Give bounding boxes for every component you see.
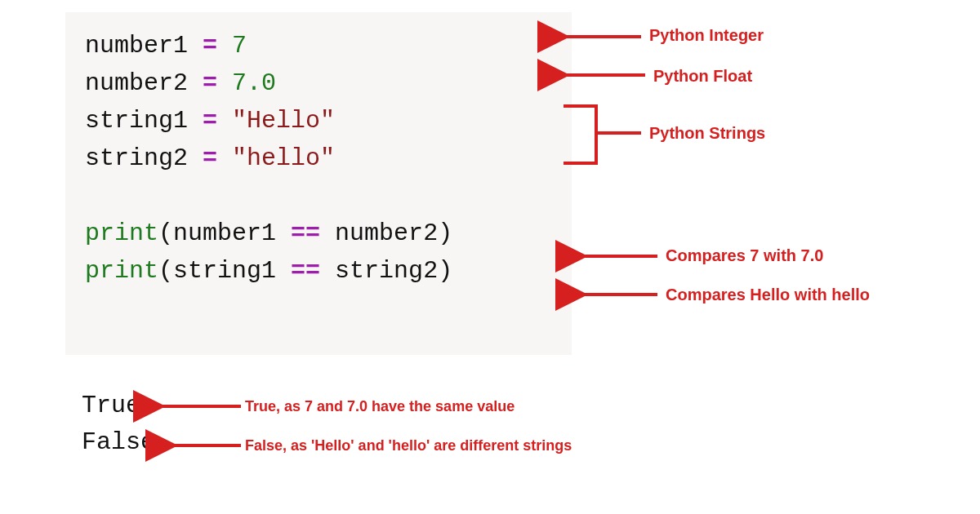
code-line-7: print(string1 == string2) xyxy=(85,257,452,285)
print-call: print xyxy=(85,257,158,285)
code-block: number1 = 7 number2 = 7.0 string1 = "Hel… xyxy=(65,12,572,355)
arg-string2: string2 xyxy=(335,257,438,285)
var-number2: number2 xyxy=(85,69,188,97)
float-literal-7-0: 7.0 xyxy=(232,69,276,97)
eq-op: == xyxy=(291,257,320,285)
code-line-3: string1 = "Hello" xyxy=(85,107,335,135)
assign-op: = xyxy=(203,144,217,172)
var-string2: string2 xyxy=(85,144,188,172)
assign-op: = xyxy=(203,32,217,60)
output-false: False xyxy=(82,428,155,456)
code-line-4: string2 = "hello" xyxy=(85,144,335,172)
annot-compare-strings: Compares Hello with hello xyxy=(666,286,870,304)
paren-open: ( xyxy=(158,219,173,247)
var-string1: string1 xyxy=(85,107,188,135)
output-true: True xyxy=(82,392,140,419)
annot-python-integer: Python Integer xyxy=(649,26,764,45)
code-line-2: number2 = 7.0 xyxy=(85,69,276,97)
var-number1: number1 xyxy=(85,32,188,60)
diagram-stage: number1 = 7 number2 = 7.0 string1 = "Hel… xyxy=(0,0,980,514)
annot-python-strings: Python Strings xyxy=(649,124,765,143)
arg-number1: number1 xyxy=(173,219,276,247)
arg-number2: number2 xyxy=(335,219,438,247)
annot-compare-numbers: Compares 7 with 7.0 xyxy=(666,246,823,265)
arg-string1: string1 xyxy=(173,257,276,285)
eq-op: == xyxy=(291,219,320,247)
int-literal-7: 7 xyxy=(232,32,247,60)
assign-op: = xyxy=(203,69,217,97)
print-call: print xyxy=(85,219,158,247)
assign-op: = xyxy=(203,107,217,135)
paren-open: ( xyxy=(158,257,173,285)
code-line-1: number1 = 7 xyxy=(85,32,247,60)
paren-close: ) xyxy=(438,219,452,247)
annot-explain-true: True, as 7 and 7.0 have the same value xyxy=(245,398,514,415)
paren-close: ) xyxy=(438,257,452,285)
code-line-6: print(number1 == number2) xyxy=(85,219,452,247)
str-literal-hello-cap: "Hello" xyxy=(232,107,335,135)
annot-python-float: Python Float xyxy=(653,67,752,86)
str-literal-hello-lower: "hello" xyxy=(232,144,335,172)
annot-explain-false: False, as 'Hello' and 'hello' are differ… xyxy=(245,437,572,454)
